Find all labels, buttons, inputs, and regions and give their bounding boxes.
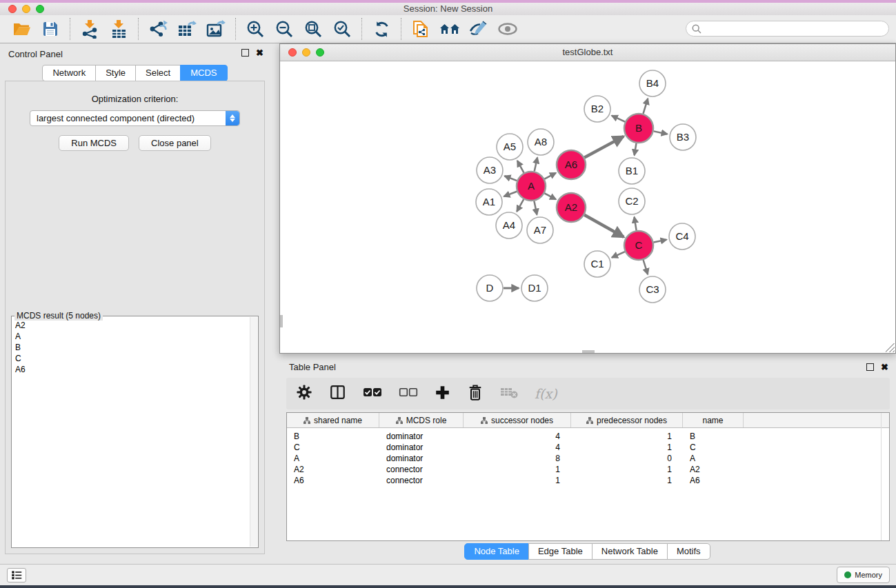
edge-A-A7[interactable]: [534, 201, 537, 215]
save-session-button[interactable]: [36, 17, 65, 41]
zoom-fit-button[interactable]: [299, 17, 328, 41]
delete-row-button[interactable]: [467, 384, 484, 404]
cell[interactable]: 1: [464, 465, 571, 474]
node-A6[interactable]: A6: [557, 150, 586, 179]
edge-A-A1[interactable]: [504, 192, 517, 196]
edge-B-B1[interactable]: [635, 143, 637, 156]
mcds-result-item[interactable]: A: [13, 331, 250, 342]
mcds-result-item[interactable]: C: [13, 353, 250, 364]
node-C4[interactable]: C4: [669, 223, 695, 250]
network-canvas[interactable]: B4B2BB3B1A5A8A6A3AA1C2A2A4A7C4CC1C3DD1: [280, 61, 895, 353]
tab-motifs[interactable]: Motifs: [667, 543, 710, 560]
cell[interactable]: C: [683, 443, 744, 452]
duplicate-network-button[interactable]: [406, 17, 435, 41]
node-B1[interactable]: B1: [619, 158, 645, 184]
tab-network-table[interactable]: Network Table: [592, 543, 668, 560]
tab-select[interactable]: Select: [135, 65, 181, 81]
vertical-scroll-thumb[interactable]: [280, 315, 283, 327]
cell[interactable]: 1: [571, 476, 683, 485]
node-A2[interactable]: A2: [557, 193, 586, 222]
export-network-button[interactable]: [143, 17, 172, 41]
cell[interactable]: 0: [571, 454, 683, 463]
edge-B-B4[interactable]: [643, 99, 648, 114]
close-panel-button[interactable]: Close panel: [139, 135, 211, 151]
float-panel-icon[interactable]: [241, 49, 249, 57]
cell[interactable]: B: [683, 432, 744, 441]
node-B3[interactable]: B3: [670, 124, 696, 150]
cell[interactable]: 4: [464, 443, 571, 452]
export-table-button[interactable]: [172, 17, 201, 41]
node-B2[interactable]: B2: [584, 96, 610, 122]
node-A1[interactable]: A1: [476, 189, 502, 215]
zoom-selected-button[interactable]: [328, 17, 357, 41]
edge-A2-C[interactable]: [584, 215, 624, 237]
node-A7[interactable]: A7: [527, 217, 553, 243]
cell[interactable]: A: [683, 454, 744, 463]
float-panel-icon[interactable]: [866, 363, 874, 371]
node-A4[interactable]: A4: [496, 212, 522, 239]
edge-A-A3[interactable]: [504, 176, 517, 181]
edge-A6-B[interactable]: [584, 136, 624, 158]
edge-A-A2[interactable]: [544, 193, 556, 199]
tab-network[interactable]: Network: [42, 65, 96, 81]
tab-style[interactable]: Style: [95, 65, 136, 81]
table-scrollbar[interactable]: [881, 413, 889, 540]
column-header-predecessor-nodes[interactable]: predecessor nodes: [571, 413, 683, 427]
mcds-result-item[interactable]: A6: [13, 364, 250, 375]
edge-C-C1[interactable]: [612, 252, 625, 258]
node-C3[interactable]: C3: [639, 276, 666, 303]
cell[interactable]: 1: [571, 443, 683, 452]
edge-B-B3[interactable]: [654, 131, 668, 134]
first-neighbors-button[interactable]: [435, 17, 464, 41]
edge-A-A8[interactable]: [535, 157, 537, 171]
export-image-button[interactable]: [201, 17, 230, 41]
horizontal-scroll-thumb[interactable]: [582, 350, 595, 353]
column-header-MCDS-role[interactable]: MCDS role: [379, 413, 464, 427]
cell[interactable]: dominator: [379, 443, 464, 452]
column-header-name[interactable]: name: [683, 413, 744, 427]
cell[interactable]: C: [287, 443, 379, 452]
node-C2[interactable]: C2: [619, 188, 645, 214]
table-row[interactable]: Adominator80A: [287, 453, 889, 464]
cell[interactable]: 4: [464, 432, 571, 441]
function-builder-button[interactable]: f(x): [535, 386, 557, 401]
node-D1[interactable]: D1: [521, 275, 548, 301]
edge-A-A6[interactable]: [544, 173, 556, 179]
cell[interactable]: A2: [287, 465, 379, 474]
node-C[interactable]: C: [624, 231, 653, 260]
cell[interactable]: connector: [379, 465, 464, 474]
table-row[interactable]: Cdominator41C: [287, 442, 889, 453]
import-table-button[interactable]: [104, 17, 133, 41]
mcds-result-item[interactable]: A2: [13, 320, 250, 331]
node-A5[interactable]: A5: [497, 134, 523, 160]
table-row[interactable]: A6connector11A6: [287, 475, 889, 486]
zoom-out-button[interactable]: [270, 17, 299, 41]
node-B4[interactable]: B4: [639, 70, 666, 97]
node-C1[interactable]: C1: [584, 251, 610, 277]
column-header-successor-nodes[interactable]: successor nodes: [464, 413, 571, 427]
edge-A-A5[interactable]: [517, 161, 524, 172]
show-all-button[interactable]: [493, 17, 522, 41]
select-all-button[interactable]: [363, 387, 382, 400]
cell[interactable]: B: [287, 432, 379, 441]
mcds-result-item[interactable]: B: [13, 342, 250, 353]
show-panels-button[interactable]: [7, 568, 26, 582]
cell[interactable]: dominator: [379, 432, 464, 441]
cell[interactable]: 1: [464, 476, 571, 485]
open-file-button[interactable]: [7, 17, 36, 41]
network-window-titlebar[interactable]: testGlobe.txt: [280, 44, 895, 61]
criterion-dropdown[interactable]: largest connected component (directed): [30, 110, 240, 126]
edge-C-C2[interactable]: [635, 217, 637, 231]
insert-row-button[interactable]: [435, 385, 450, 403]
edge-B-B2[interactable]: [612, 116, 625, 122]
close-panel-icon[interactable]: ✖: [881, 362, 888, 372]
network-graph[interactable]: B4B2BB3B1A5A8A6A3AA1C2A2A4A7C4CC1C3DD1: [280, 61, 895, 353]
search-input[interactable]: [686, 21, 889, 37]
zoom-in-button[interactable]: [241, 17, 270, 41]
tab-mcds[interactable]: MCDS: [180, 65, 227, 81]
toggle-column-display-button[interactable]: [329, 384, 346, 403]
delete-table-button[interactable]: [500, 386, 518, 401]
node-A3[interactable]: A3: [477, 157, 503, 183]
cell[interactable]: connector: [379, 476, 464, 485]
tab-node-table[interactable]: Node Table: [464, 543, 529, 560]
